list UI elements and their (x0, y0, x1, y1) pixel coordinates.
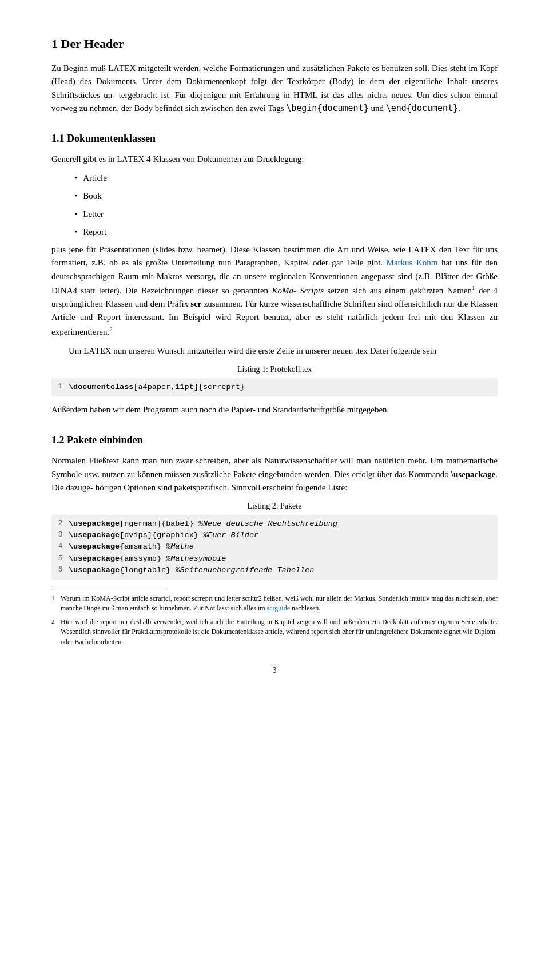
footnote-2-text: Hier wird die report nur deshalb verwend… (61, 617, 498, 647)
footnote-1-num: 1 (51, 594, 58, 603)
listing2-code: 2\usepackage[ngerman]{babel} %Neue deuts… (51, 515, 498, 580)
footnote-1-text: Warum im KoMA-Script article scrartcl, r… (61, 594, 498, 614)
line-num-6: 6 (58, 565, 69, 575)
list-item-book: Book (74, 189, 498, 203)
list-item-letter: Letter (74, 208, 498, 221)
section1-2-heading: 1.2 Pakete einbinden (51, 433, 498, 449)
section1-1-intro: Generell gibt es in LATEX 4 Klassen von … (51, 153, 498, 166)
list-item-article: Article (74, 172, 498, 185)
section1-1-heading: 1.1 Dokumentenklassen (51, 131, 498, 147)
section1-1-para2: Um LATEX nun unseren Wunsch mitzuteilen … (51, 344, 498, 358)
listing2: Listing 2: Pakete 2\usepackage[ngerman]{… (51, 500, 498, 580)
footnote-ref-2: 2 (109, 326, 113, 332)
listing1-caption: Listing 1: Protokoll.tex (51, 363, 498, 376)
footnote-1: 1 Warum im KoMA-Script article scrartcl,… (51, 594, 498, 614)
page-number: 3 (51, 664, 498, 677)
line-num-5: 5 (58, 553, 69, 564)
para-after-listing1: Außerdem haben wir dem Programm auch noc… (51, 403, 498, 416)
scrguide-link[interactable]: scrguide (267, 604, 290, 612)
footnotes-section: 1 Warum im KoMA-Script article scrartcl,… (51, 594, 498, 647)
section1-heading: 1 Der Header (51, 34, 498, 54)
section1-2-para1: Normalen Fließtext kann man nun zwar sch… (51, 454, 498, 494)
line-num-3: 3 (58, 530, 69, 540)
list-item-report: Report (74, 225, 498, 239)
line-num-4: 4 (58, 541, 69, 552)
footnote-2-num: 2 (51, 617, 58, 626)
footnote-ref-1: 1 (472, 284, 475, 291)
footnote-divider (51, 590, 166, 590)
section1-1-para1: plus jene für Präsentationen (slides bzw… (51, 243, 498, 339)
listing2-caption: Listing 2: Pakete (51, 500, 498, 513)
line-num-2: 2 (58, 518, 69, 529)
footnote-2: 2 Hier wird die report nur deshalb verwe… (51, 617, 498, 647)
page: 1 Der Header Zu Beginn muß LATEX mitgete… (0, 0, 549, 980)
section1-para1: Zu Beginn muß LATEX mitgeteilt werden, w… (51, 62, 498, 115)
listing1-code: 1\documentclass[a4paper,11pt]{scrreprt} (51, 378, 498, 396)
document-classes-list: Article Book Letter Report (74, 172, 498, 239)
markus-kohm-link[interactable]: Markus Kohm (387, 258, 438, 267)
listing1: Listing 1: Protokoll.tex 1\documentclass… (51, 363, 498, 396)
line-num-1: 1 (58, 382, 69, 392)
